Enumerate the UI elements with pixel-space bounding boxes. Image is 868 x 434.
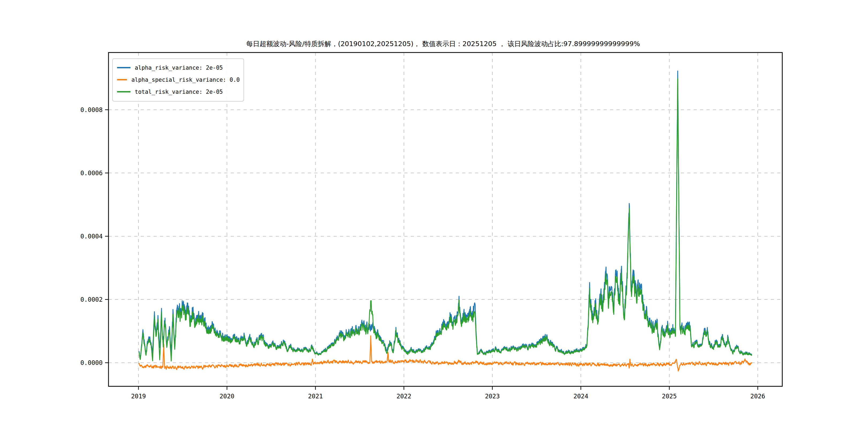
series-lines [139,71,752,371]
legend-label: total_risk_variance: 2e-05 [135,89,223,95]
legend-swatch-blue-line [117,67,130,68]
series-line-total_risk_variance [139,79,752,361]
axes [105,53,782,390]
plot-border [108,53,782,386]
chart-title: 每日超额波动-风险/特质拆解，(20190102,20251205)， 数值表示… [246,40,640,48]
x-tick-label: 2023 [485,393,500,400]
legend-label: alpha_risk_variance: 2e-05 [135,65,223,71]
y-tick-label: 0.0002 [81,296,103,303]
x-tick-label: 2025 [662,393,677,400]
x-tick-label: 2024 [573,393,588,400]
legend-item-alpha-risk-variance: alpha_risk_variance: 2e-05 [115,62,240,74]
tick-labels: 0.00000.00020.00040.00060.00082019202020… [81,106,765,400]
legend-swatch-green-line [117,91,130,92]
x-tick-label: 2021 [308,393,323,400]
legend-item-total-risk-variance: total_risk_variance: 2e-05 [115,86,240,98]
legend-swatch-orange-line [117,79,127,81]
y-tick-label: 0.0008 [81,106,103,113]
legend-label: alpha_special_risk_variance: 0.0 [131,76,240,83]
figure: 每日超额波动-风险/特质拆解，(20190102,20251205)， 数值表示… [0,0,868,434]
x-tick-label: 2022 [397,393,411,400]
x-tick-label: 2019 [131,393,146,400]
series-line-alpha_risk_variance [139,71,752,359]
y-tick-label: 0.0004 [81,233,103,240]
legend-box: alpha_risk_variance: 2e-05 alpha_special… [112,58,244,101]
y-tick-label: 0.0000 [81,359,103,366]
y-tick-label: 0.0006 [81,169,103,177]
x-tick-label: 2026 [750,393,765,400]
x-tick-label: 2020 [219,393,234,400]
gridlines [108,53,782,386]
legend-item-alpha-special-risk-variance: alpha_special_risk_variance: 0.0 [115,74,240,86]
